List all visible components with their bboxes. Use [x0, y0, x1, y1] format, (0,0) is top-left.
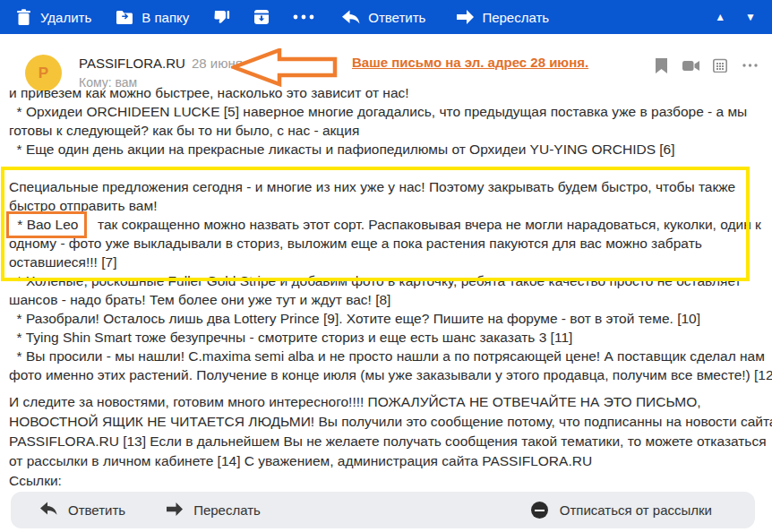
reply-button[interactable]: Ответить	[342, 8, 425, 26]
forward-label: Переслать	[482, 10, 549, 25]
body-line: * Bao Leo так сокращенно можно назвать э…	[9, 215, 772, 234]
subject-link[interactable]: Ваше письмо на эл. адрес 28 июня.	[352, 55, 588, 70]
sender-name[interactable]: PASSIFLORA.RU	[79, 56, 185, 71]
unsubscribe-button[interactable]: Отписаться от рассылки	[531, 502, 755, 519]
body-line: Ссылки:	[9, 471, 772, 491]
body-line: шансов - надо брать! Тем более они уже т…	[9, 290, 772, 309]
unsubscribe-label: Отписаться от рассылки	[560, 502, 712, 518]
archive-icon	[253, 8, 270, 26]
body-line: * Орхидеи ORCHIDEEN LUCKE [5] наверное м…	[9, 102, 772, 121]
body-line: быстро отправить вам!	[9, 196, 772, 215]
forward-button[interactable]: Переслать	[456, 8, 549, 26]
calendar-icon[interactable]	[711, 56, 729, 74]
more-actions-button[interactable]	[292, 8, 315, 26]
next-message-button[interactable]: ▼	[745, 12, 756, 22]
footer-action-bar: Ответить Переслать Отписаться от рассылк…	[11, 492, 755, 528]
bookmark-icon[interactable]	[652, 56, 670, 74]
spam-button[interactable]	[213, 8, 231, 26]
body-line	[9, 159, 772, 177]
body-line: и привезем как можно быстрее, насколько …	[9, 83, 772, 102]
mail-app-window: Удалить В папку	[0, 0, 772, 532]
body-line: * Разобрали! Осталось лишь два Lottery P…	[9, 309, 772, 328]
video-camera-icon[interactable]	[682, 56, 699, 74]
prev-message-button[interactable]: ▲	[715, 12, 725, 22]
footer-reply-arrow-icon	[40, 502, 57, 519]
thumbs-down-icon	[213, 8, 231, 26]
body-line: И следите за новостями, готовим много ин…	[9, 392, 772, 412]
reply-label: Ответить	[368, 10, 425, 25]
delete-button[interactable]: Удалить	[14, 8, 91, 26]
bao-leo-box-annotation: * Bao Leo	[6, 211, 87, 238]
footer-reply-label: Ответить	[68, 502, 125, 518]
body-line: * Холеные, роскошные Fuller Gold Stripe …	[9, 271, 772, 290]
delete-label: Удалить	[40, 10, 91, 25]
body-line: одному - фото уже выкладывали в сториз, …	[9, 234, 772, 253]
trash-icon	[14, 8, 32, 26]
avatar-letter: P	[39, 64, 48, 82]
email-body-paragraph-2: И следите за новостями, готовим много ин…	[9, 392, 772, 491]
body-line: фото именно этих растений. Получение в к…	[9, 365, 772, 384]
forward-arrow-icon	[456, 8, 474, 26]
mail-toolbar: Удалить В папку	[0, 0, 772, 34]
minus-circle-icon	[531, 502, 548, 519]
body-line: от рассылки в личном кабинете [14] С ува…	[9, 451, 772, 471]
footer-forward-button[interactable]: Переслать	[167, 502, 261, 519]
body-line: Специальные предложения сегодня - и мног…	[9, 177, 772, 196]
body-line: * Вы просили - мы нашли! C.maxima semi a…	[9, 347, 772, 365]
more-dots-icon	[292, 8, 315, 26]
body-line-text: так сокращенно можно назвать этот сорт. …	[90, 217, 760, 232]
email-body-paragraph-1: и привезем как можно быстрее, насколько …	[9, 83, 772, 384]
body-line: оставшиеся!!! [7]	[9, 253, 772, 271]
body-line: PASSIFLORA.RU [13] Если в дальнейшем Вы …	[9, 432, 772, 451]
body-line: * Еще один день акции на прекрасные лика…	[9, 140, 772, 159]
message-date: 28 июня, 8:22	[192, 56, 276, 71]
archive-button[interactable]	[253, 8, 270, 26]
footer-forward-label: Переслать	[193, 502, 261, 518]
folder-move-icon	[116, 8, 133, 26]
body-line: * Tying Shin Smart тоже безупречны - смо…	[9, 328, 772, 347]
header-more-dots-icon[interactable]	[741, 56, 759, 74]
move-to-folder-button[interactable]: В папку	[116, 8, 189, 26]
footer-forward-arrow-icon	[167, 502, 183, 519]
move-to-folder-label: В папку	[142, 10, 189, 25]
body-line: готовы к следующей? как бы то ни было, с…	[9, 121, 772, 140]
footer-reply-button[interactable]: Ответить	[40, 502, 125, 519]
body-line: НОВОСТНОЙ ЯЩИК НЕ ЧИТАЕТСЯ ЛЮДЬМИ! Вы по…	[9, 412, 772, 432]
reply-arrow-icon	[342, 8, 360, 26]
